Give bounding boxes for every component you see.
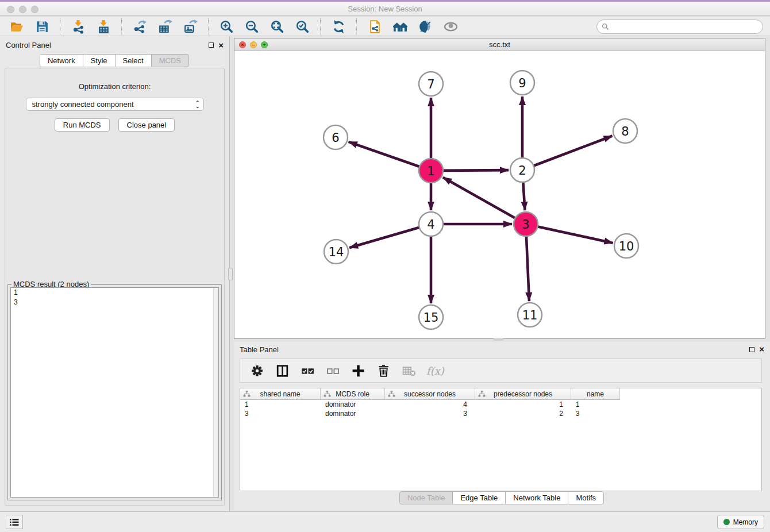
tab-motifs[interactable]: Motifs xyxy=(568,491,604,504)
graph-node-8[interactable]: 8 xyxy=(613,119,637,143)
graph-node-3[interactable]: 3 xyxy=(514,212,538,236)
graph-node-11[interactable]: 11 xyxy=(518,303,542,327)
function-builder-button[interactable]: f(x) xyxy=(426,365,444,377)
close-panel-button[interactable]: Close panel xyxy=(118,118,175,132)
table-row[interactable]: 3dominator323 xyxy=(240,409,761,418)
float-panel-icon[interactable] xyxy=(209,43,214,48)
network-window-titlebar[interactable]: × – + scc.txt xyxy=(234,38,765,51)
tab-network[interactable]: Network xyxy=(40,54,83,67)
edge-3-10[interactable] xyxy=(537,226,613,243)
import-table-button[interactable] xyxy=(94,18,113,34)
cell-shared-name[interactable]: 1 xyxy=(240,400,321,409)
zoom-fit-button[interactable] xyxy=(267,18,287,34)
column-header-successor-nodes[interactable]: successor nodes xyxy=(385,388,475,400)
cell-successor-nodes[interactable]: 4 xyxy=(385,400,475,409)
import-network-button[interactable] xyxy=(68,18,88,34)
deselect-all-button[interactable] xyxy=(325,363,340,379)
main-toolbar xyxy=(0,17,770,36)
toolbar-separator xyxy=(356,18,357,34)
show-hide-button[interactable] xyxy=(441,18,460,34)
select-all-button[interactable] xyxy=(300,363,315,379)
search-field[interactable] xyxy=(596,20,763,34)
export-image-button[interactable] xyxy=(180,18,200,34)
graph-node-6[interactable]: 6 xyxy=(324,125,348,149)
zoom-in-icon xyxy=(220,20,234,34)
tab-mcds[interactable]: MCDS xyxy=(151,54,189,67)
network-zoom-button[interactable]: + xyxy=(261,41,268,48)
svg-text:2: 2 xyxy=(518,164,526,178)
graph-node-15[interactable]: 15 xyxy=(419,305,443,329)
refresh-button[interactable] xyxy=(329,18,348,34)
tab-node-table[interactable]: Node Table xyxy=(399,491,453,504)
delete-column-button[interactable] xyxy=(376,363,391,379)
run-mcds-button[interactable]: Run MCDS xyxy=(55,118,110,132)
graph-node-4[interactable]: 4 xyxy=(419,212,443,236)
cell-predecessor-nodes[interactable]: 1 xyxy=(475,400,571,409)
home-button[interactable] xyxy=(390,18,410,34)
close-panel-icon[interactable]: × xyxy=(759,346,764,352)
table-settings-button[interactable] xyxy=(249,363,264,379)
cell-MCDS-role[interactable]: dominator xyxy=(321,409,385,418)
cell-name[interactable]: 3 xyxy=(571,409,620,418)
table-row[interactable]: 1dominator411 xyxy=(240,400,761,409)
graph-node-14[interactable]: 14 xyxy=(324,240,348,264)
edge-1-6[interactable] xyxy=(349,142,421,167)
apply-style-button[interactable] xyxy=(415,18,435,34)
export-table-button[interactable] xyxy=(155,18,175,34)
app-title: Session: New Session xyxy=(0,5,770,13)
zoom-in-button[interactable] xyxy=(217,18,236,34)
graph-node-10[interactable]: 10 xyxy=(614,234,638,258)
cell-shared-name[interactable]: 3 xyxy=(240,409,321,418)
delete-table-button[interactable] xyxy=(401,363,416,379)
mcds-result-list[interactable]: 13 xyxy=(10,287,219,498)
tab-select[interactable]: Select xyxy=(115,54,152,67)
tab-edge-table[interactable]: Edge Table xyxy=(452,491,506,504)
column-header-predecessor-nodes[interactable]: predecessor nodes xyxy=(475,388,571,400)
zoom-out-button[interactable] xyxy=(242,18,261,34)
table-toolbar: f(x) xyxy=(240,358,762,383)
cell-predecessor-nodes[interactable]: 2 xyxy=(475,409,571,418)
close-panel-icon[interactable]: × xyxy=(218,43,224,48)
network-resize-handle[interactable] xyxy=(493,338,503,341)
open-session-button[interactable] xyxy=(7,18,26,34)
show-columns-button[interactable] xyxy=(275,363,290,379)
column-header-shared-name[interactable]: shared name xyxy=(240,388,321,400)
node-table[interactable]: shared nameMCDS rolesuccessor nodesprede… xyxy=(240,388,762,491)
edge-4-14[interactable] xyxy=(349,227,421,248)
column-header-name[interactable]: name xyxy=(571,388,620,400)
graph-node-7[interactable]: 7 xyxy=(419,72,443,96)
network-close-button[interactable]: × xyxy=(239,41,246,48)
result-scrollbar[interactable] xyxy=(213,288,218,497)
task-history-button[interactable] xyxy=(6,515,23,529)
network-view-window: × – + scc.txt 7968124314101511 xyxy=(234,38,765,339)
export-table-icon xyxy=(158,20,172,34)
save-session-button[interactable] xyxy=(32,18,52,34)
edge-1-2[interactable] xyxy=(442,170,509,171)
hierarchy-icon xyxy=(243,391,251,397)
network-graph[interactable]: 7968124314101511 xyxy=(234,51,765,338)
cell-successor-nodes[interactable]: 3 xyxy=(385,409,475,418)
add-column-button[interactable] xyxy=(351,363,365,379)
edge-3-1[interactable] xyxy=(443,178,517,219)
clone-network-button[interactable] xyxy=(365,18,384,34)
table-panel: Table Panel × f(x) shared nameMCDS roles… xyxy=(234,342,770,510)
edge-2-3[interactable] xyxy=(523,181,525,210)
tab-network-table[interactable]: Network Table xyxy=(505,491,568,504)
panel-splitter-handle[interactable] xyxy=(228,268,233,280)
column-header-MCDS-role[interactable]: MCDS role xyxy=(321,388,385,400)
network-minimize-button[interactable]: – xyxy=(250,41,257,48)
edge-2-8[interactable] xyxy=(533,136,613,167)
edge-3-11[interactable] xyxy=(526,235,529,301)
zoom-selected-button[interactable] xyxy=(292,18,312,34)
graph-node-9[interactable]: 9 xyxy=(510,71,534,95)
memory-button[interactable]: Memory xyxy=(717,515,764,529)
cell-MCDS-role[interactable]: dominator xyxy=(321,400,385,409)
cell-name[interactable]: 1 xyxy=(571,400,620,409)
float-panel-icon[interactable] xyxy=(749,347,754,352)
criterion-select[interactable]: strongly connected component ⌃⌄ xyxy=(26,98,204,111)
export-network-button[interactable] xyxy=(130,18,149,34)
graph-node-1[interactable]: 1 xyxy=(419,159,443,183)
graph-node-2[interactable]: 2 xyxy=(510,158,534,182)
search-input[interactable] xyxy=(612,22,758,30)
tab-style[interactable]: Style xyxy=(83,54,116,67)
